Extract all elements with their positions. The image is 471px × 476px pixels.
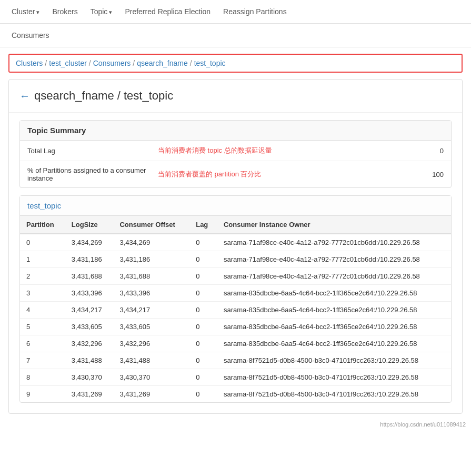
- summary-desc-0: 当前消费者消费 topic 总的数据延迟量: [158, 146, 418, 155]
- table-row: 5 3,433,605 3,433,605 0 sarama-835dbcbe-…: [20, 319, 451, 335]
- cell-partition-8: 8: [20, 369, 65, 386]
- cell-consumer-offset-4: 3,434,217: [113, 302, 189, 319]
- breadcrumb-consumers[interactable]: Consumers: [93, 59, 131, 67]
- cell-logsize-3: 3,433,396: [65, 285, 114, 302]
- cell-lag-0: 0: [189, 234, 217, 251]
- nav-cluster[interactable]: Cluster: [5, 0, 46, 23]
- breadcrumb: Clusters / test_cluster / Consumers / qs…: [8, 54, 463, 73]
- navbar-row1: Cluster Brokers Topic Preferred Replica …: [0, 0, 471, 24]
- topic-table-section: test_topic Partition LogSize Consumer Of…: [19, 195, 452, 403]
- cell-owner-0: sarama-71af98ce-e40c-4a12-a792-7772c01cb…: [217, 234, 451, 251]
- cell-owner-6: sarama-835dbcbe-6aa5-4c64-bcc2-1ff365ce2…: [217, 335, 451, 352]
- cell-consumer-offset-9: 3,431,269: [113, 386, 189, 403]
- main-card: ← qsearch_fname / test_topic Topic Summa…: [8, 79, 463, 414]
- cell-lag-1: 0: [189, 251, 217, 268]
- cell-partition-4: 4: [20, 302, 65, 319]
- cell-owner-2: sarama-71af98ce-e40c-4a12-a792-7772c01cb…: [217, 268, 451, 285]
- breadcrumb-sep-1: /: [89, 59, 91, 67]
- summary-desc-1: 当前消费者覆盖的 partition 百分比: [158, 170, 418, 179]
- cell-partition-3: 3: [20, 285, 65, 302]
- cell-partition-0: 0: [20, 234, 65, 251]
- cell-owner-8: sarama-8f7521d5-d0b8-4500-b3c0-47101f9cc…: [217, 369, 451, 386]
- cell-logsize-6: 3,432,296: [65, 335, 114, 352]
- table-row: 9 3,431,269 3,431,269 0 sarama-8f7521d5-…: [20, 386, 451, 403]
- page-title: qsearch_fname / test_topic: [34, 89, 173, 103]
- cell-lag-7: 0: [189, 352, 217, 369]
- summary-value-1: 100: [423, 171, 444, 178]
- cell-logsize-5: 3,433,605: [65, 319, 114, 335]
- cell-consumer-offset-0: 3,434,269: [113, 234, 189, 251]
- table-row: 7 3,431,488 3,431,488 0 sarama-8f7521d5-…: [20, 352, 451, 369]
- col-partition: Partition: [20, 216, 65, 234]
- topic-section-header: test_topic: [20, 196, 451, 216]
- breadcrumb-sep-3: /: [190, 59, 192, 67]
- cell-partition-2: 2: [20, 268, 65, 285]
- cell-lag-4: 0: [189, 302, 217, 319]
- cell-owner-3: sarama-835dbcbe-6aa5-4c64-bcc2-1ff365ce2…: [217, 285, 451, 302]
- summary-label-0: Total Lag: [27, 147, 154, 155]
- breadcrumb-qsearch-fname[interactable]: qsearch_fname: [137, 59, 188, 67]
- cell-logsize-7: 3,431,488: [65, 352, 114, 369]
- summary-row-1: % of Partitions assigned to a consumer i…: [20, 161, 451, 187]
- cell-logsize-2: 3,431,688: [65, 268, 114, 285]
- table-row: 2 3,431,688 3,431,688 0 sarama-71af98ce-…: [20, 268, 451, 285]
- cell-consumer-offset-1: 3,431,186: [113, 251, 189, 268]
- breadcrumb-sep-2: /: [133, 59, 135, 67]
- summary-row-0: Total Lag 当前消费者消费 topic 总的数据延迟量 0: [20, 141, 451, 161]
- breadcrumb-test-topic[interactable]: test_topic: [194, 59, 226, 67]
- breadcrumb-test-cluster[interactable]: test_cluster: [49, 59, 87, 67]
- table-row: 0 3,434,269 3,434,269 0 sarama-71af98ce-…: [20, 234, 451, 251]
- cell-consumer-offset-5: 3,433,605: [113, 319, 189, 335]
- cell-lag-8: 0: [189, 369, 217, 386]
- cell-consumer-offset-3: 3,433,396: [113, 285, 189, 302]
- cell-lag-2: 0: [189, 268, 217, 285]
- table-row: 4 3,434,217 3,434,217 0 sarama-835dbcbe-…: [20, 302, 451, 319]
- cell-owner-5: sarama-835dbcbe-6aa5-4c64-bcc2-1ff365ce2…: [217, 319, 451, 335]
- nav-brokers[interactable]: Brokers: [46, 0, 84, 23]
- cell-logsize-1: 3,431,186: [65, 251, 114, 268]
- cell-consumer-offset-6: 3,432,296: [113, 335, 189, 352]
- nav-topic[interactable]: Topic: [84, 0, 119, 23]
- partition-table: Partition LogSize Consumer Offset Lag Co…: [20, 216, 451, 402]
- table-header-row: Partition LogSize Consumer Offset Lag Co…: [20, 216, 451, 234]
- watermark: https://blog.csdn.net/u011089412: [0, 419, 471, 430]
- topic-summary-section: Topic Summary Total Lag 当前消费者消费 topic 总的…: [19, 120, 452, 188]
- cell-partition-1: 1: [20, 251, 65, 268]
- cell-logsize-9: 3,431,269: [65, 386, 114, 403]
- col-logsize: LogSize: [65, 216, 114, 234]
- cell-logsize-8: 3,430,370: [65, 369, 114, 386]
- col-consumer-offset: Consumer Offset: [113, 216, 189, 234]
- table-row: 8 3,430,370 3,430,370 0 sarama-8f7521d5-…: [20, 369, 451, 386]
- table-row: 6 3,432,296 3,432,296 0 sarama-835dbcbe-…: [20, 335, 451, 352]
- cell-consumer-offset-7: 3,431,488: [113, 352, 189, 369]
- cell-partition-6: 6: [20, 335, 65, 352]
- summary-value-0: 0: [423, 147, 444, 155]
- cell-owner-9: sarama-8f7521d5-d0b8-4500-b3c0-47101f9cc…: [217, 386, 451, 403]
- cell-owner-7: sarama-8f7521d5-d0b8-4500-b3c0-47101f9cc…: [217, 352, 451, 369]
- breadcrumb-sep-0: /: [45, 59, 47, 67]
- nav-preferred-replica-election[interactable]: Preferred Replica Election: [118, 0, 217, 23]
- cell-consumer-offset-8: 3,430,370: [113, 369, 189, 386]
- col-lag: Lag: [189, 216, 217, 234]
- cell-partition-7: 7: [20, 352, 65, 369]
- cell-lag-6: 0: [189, 335, 217, 352]
- cell-owner-4: sarama-835dbcbe-6aa5-4c64-bcc2-1ff365ce2…: [217, 302, 451, 319]
- page-header: ← qsearch_fname / test_topic: [9, 80, 462, 113]
- table-row: 3 3,433,396 3,433,396 0 sarama-835dbcbe-…: [20, 285, 451, 302]
- cell-lag-5: 0: [189, 319, 217, 335]
- navbar-row2: Consumers: [0, 24, 471, 47]
- cell-logsize-4: 3,434,217: [65, 302, 114, 319]
- summary-label-1: % of Partitions assigned to a consumer i…: [27, 166, 154, 182]
- topic-summary-header: Topic Summary: [20, 121, 451, 141]
- nav-consumers[interactable]: Consumers: [5, 24, 56, 47]
- back-button[interactable]: ←: [19, 90, 30, 102]
- col-consumer-instance-owner: Consumer Instance Owner: [217, 216, 451, 234]
- cell-lag-3: 0: [189, 285, 217, 302]
- cell-consumer-offset-2: 3,431,688: [113, 268, 189, 285]
- cell-logsize-0: 3,434,269: [65, 234, 114, 251]
- nav-reassign-partitions[interactable]: Reassign Partitions: [217, 0, 293, 23]
- cell-partition-9: 9: [20, 386, 65, 403]
- table-row: 1 3,431,186 3,431,186 0 sarama-71af98ce-…: [20, 251, 451, 268]
- cell-lag-9: 0: [189, 386, 217, 403]
- breadcrumb-clusters[interactable]: Clusters: [16, 59, 43, 67]
